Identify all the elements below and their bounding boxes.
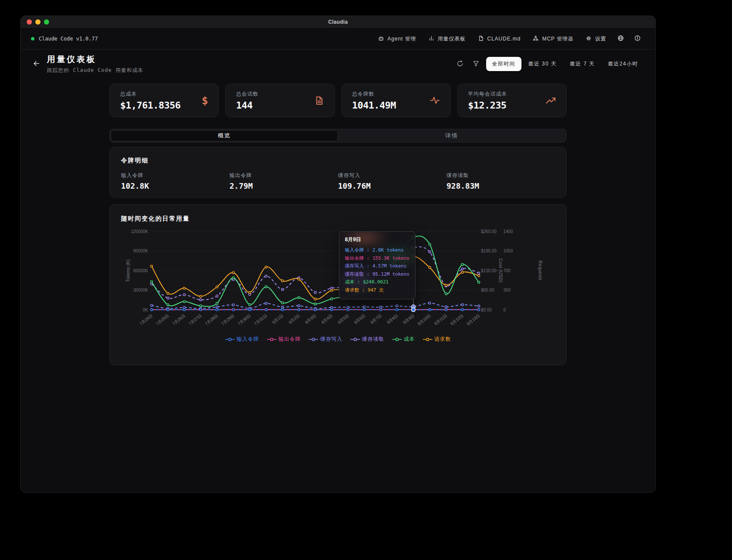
token-value: 928.83M (447, 181, 555, 190)
svg-text:7月31日: 7月31日 (253, 313, 268, 326)
svg-text:8月10日: 8月10日 (417, 313, 431, 326)
language-globe-button[interactable] (613, 32, 628, 46)
svg-text:0K: 0K (143, 308, 149, 312)
main-content: 总成本 $1,761.8356 $ 总会话数 144 总令牌数 1041.49M (109, 84, 567, 365)
document-icon (314, 96, 324, 106)
svg-text:7月30日: 7月30日 (237, 313, 251, 326)
nav-mcp-manager[interactable]: MCP 管理器 (527, 32, 579, 46)
window-title: Claudia (328, 19, 347, 25)
tab-details[interactable]: 详情 (338, 130, 565, 141)
nav-label: 设置 (595, 35, 606, 43)
tab-overview[interactable]: 概览 (111, 130, 338, 141)
svg-text:0: 0 (503, 308, 506, 312)
stat-value: 144 (236, 100, 258, 111)
info-icon (634, 35, 641, 43)
legend-item-cost[interactable]: 成本 (392, 336, 415, 343)
info-button[interactable] (630, 32, 645, 46)
legend-line-icon (392, 337, 402, 342)
minimize-window-button[interactable] (35, 19, 40, 25)
filter-button[interactable] (468, 57, 484, 71)
back-button[interactable] (33, 60, 40, 68)
svg-text:$195.00: $195.00 (481, 249, 497, 253)
tooltip-row-cache-write: 缓存写入 : 4.57M tokens (345, 262, 409, 271)
legend-item-requests[interactable]: 请求数 (423, 336, 451, 343)
daily-usage-card: 随时间变化的日常用量 0K30000K60000K90000K120000K$0… (109, 204, 567, 365)
nav-claude-md[interactable]: CLAUDE.md (473, 32, 526, 46)
nav-usage-dashboard[interactable]: 用量仪表板 (423, 32, 471, 46)
zoom-window-button[interactable] (44, 19, 49, 25)
nav-agent-manager[interactable]: Agent 管理 (373, 32, 422, 46)
svg-text:8月3日: 8月3日 (304, 313, 317, 325)
close-window-button[interactable] (27, 19, 32, 25)
window-controls (27, 16, 49, 28)
token-label: 输出令牌 (230, 172, 338, 179)
trend-up-icon (546, 95, 556, 106)
legend-item-cache-write[interactable]: 缓存写入 (309, 336, 343, 343)
svg-text:8月2日: 8月2日 (288, 313, 301, 325)
page-subtitle: 跟踪您的 Claude Code 用量和成本 (47, 67, 143, 74)
svg-text:7月28日: 7月28日 (204, 313, 219, 326)
svg-text:350: 350 (503, 288, 511, 292)
svg-text:8月13日: 8月13日 (466, 313, 481, 326)
tooltip-row-cache-read: 缓存读取 : 95.12M tokens (345, 271, 409, 279)
stats-row: 总成本 $1,761.8356 $ 总会话数 144 总令牌数 1041.49M (109, 84, 567, 117)
app-nav: Agent 管理 用量仪表板 CLAUDE.md MCP 管理器 设置 (373, 32, 645, 46)
nav-label: MCP 管理器 (542, 35, 574, 43)
chart-legend: 输入令牌 输出令牌 缓存写入 缓存读取 成本 (110, 336, 566, 343)
svg-text:1400: 1400 (503, 229, 513, 234)
stat-text: 平均每会话成本 $12.235 (468, 90, 507, 111)
status-label: Claude Code v1.0.77 (39, 36, 98, 42)
svg-text:7月29日: 7月29日 (220, 313, 235, 326)
svg-text:8月6日: 8月6日 (353, 313, 366, 325)
svg-text:7月24日: 7月24日 (139, 313, 153, 326)
token-breakdown-title: 令牌明细 (121, 157, 555, 165)
nav-settings[interactable]: 设置 (580, 32, 611, 46)
stat-value: 1041.49M (352, 100, 396, 111)
time-filter-7-days[interactable]: 最近 7 天 (564, 57, 601, 71)
refresh-button[interactable] (453, 57, 468, 71)
app-status: Claude Code v1.0.77 (31, 36, 98, 42)
token-value: 109.76M (338, 181, 447, 190)
legend-line-icon (309, 337, 318, 342)
token-label: 缓存写入 (338, 172, 447, 179)
legend-item-output-tokens[interactable]: 输出令牌 (267, 336, 301, 343)
token-item-cache-read: 缓存读取 928.83M (447, 172, 555, 190)
chart-tooltip: 8月9日 输入令牌 : 2.8K tokens 输出令牌 : 155.3K to… (339, 231, 416, 299)
nav-label: 用量仪表板 (438, 35, 466, 43)
legend-line-icon (267, 337, 276, 342)
bar-chart-icon (428, 35, 434, 43)
globe-icon (617, 35, 624, 43)
daily-usage-line-chart[interactable]: 0K30000K60000K90000K120000K$0.00$65.00$1… (110, 226, 567, 334)
legend-item-cache-read[interactable]: 缓存读取 (350, 336, 385, 343)
file-icon (478, 35, 484, 43)
svg-text:8月9日: 8月9日 (402, 313, 415, 325)
gear-icon (586, 35, 592, 43)
stat-value: $1,761.8356 (120, 100, 180, 111)
stat-value: $12.235 (468, 100, 507, 111)
nav-label: Agent 管理 (388, 35, 416, 43)
time-filter-24-hours[interactable]: 最近24小时 (602, 57, 644, 71)
tooltip-row-input: 输入令牌 : 2.8K tokens (345, 246, 409, 255)
time-filter-all-time[interactable]: 全部时间 (486, 57, 521, 71)
token-value: 102.8K (121, 181, 230, 190)
stat-card-total-sessions: 总会话数 144 (225, 84, 335, 117)
time-filter-30-days[interactable]: 最近 30 天 (522, 57, 563, 71)
svg-text:8月11日: 8月11日 (434, 313, 448, 326)
network-icon (533, 35, 539, 43)
svg-text:7月26日: 7月26日 (171, 313, 186, 326)
svg-text:8月5日: 8月5日 (337, 313, 350, 325)
svg-text:Requests: Requests (538, 261, 543, 280)
svg-text:7月25日: 7月25日 (155, 313, 170, 326)
legend-item-input-tokens[interactable]: 输入令牌 (225, 336, 259, 343)
svg-text:700: 700 (503, 268, 511, 273)
token-item-output: 输出令牌 2.79M (230, 172, 338, 190)
svg-text:$0.00: $0.00 (481, 308, 492, 312)
page-title: 用量仪表板 (47, 54, 143, 65)
app-window: Claudia Claude Code v1.0.77 Agent 管理 用量仪… (20, 16, 656, 493)
stat-label: 总会话数 (236, 90, 258, 98)
svg-text:8月7日: 8月7日 (369, 313, 382, 325)
svg-text:1050: 1050 (503, 249, 513, 253)
token-item-cache-write: 缓存写入 109.76M (338, 172, 447, 190)
tooltip-row-cost: 成本 : $240.0021 (345, 278, 409, 286)
arrow-left-icon (33, 60, 40, 68)
